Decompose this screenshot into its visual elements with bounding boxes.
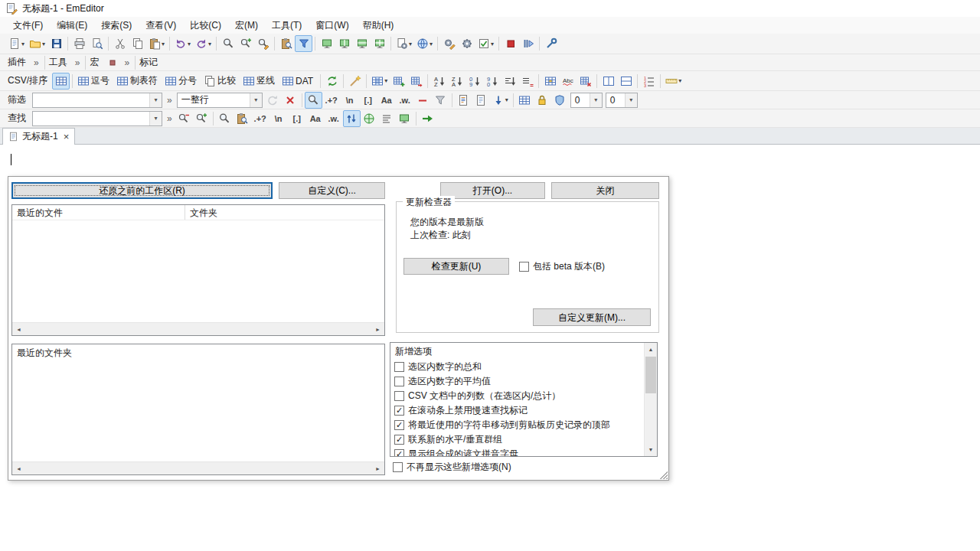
open-button[interactable]: 打开(O)... [440, 182, 545, 199]
restore-workspace-button[interactable]: 还原之前的工作区(R) [11, 182, 273, 199]
find-case-toggle[interactable]: Aa [306, 110, 325, 127]
toolbar-overflow-chevron-icon[interactable]: » [167, 95, 172, 106]
new-file-icon[interactable]: ▾ [6, 35, 27, 52]
menu-item-2[interactable]: 搜索(S) [94, 17, 139, 34]
new-option-checkbox-1[interactable]: 选区内数字的平均值 [390, 374, 644, 389]
combine-lines-icon[interactable] [617, 73, 635, 90]
refresh-filter-icon[interactable] [264, 92, 282, 109]
find-dialog-icon[interactable] [216, 110, 234, 127]
toolbar-overflow-chevron-icon[interactable]: » [124, 57, 129, 68]
toolbar-overflow-chevron-icon[interactable]: » [34, 57, 39, 68]
filter-regex-toggle[interactable]: .+? [322, 92, 341, 109]
insert-numbering-icon[interactable]: 123 [640, 73, 658, 90]
csv-comma-icon[interactable]: 逗号 [75, 73, 114, 90]
chevron-down-icon[interactable]: ▾ [590, 93, 602, 107]
filter-range-toggle[interactable]: [.] [359, 92, 377, 109]
lock-icon[interactable] [534, 92, 551, 109]
recent-files-list[interactable]: 最近的文件 文件夹 ◄ ► [11, 204, 385, 336]
new-option-checkbox-2[interactable]: CSV 文档中的列数（在选区内/总计） [390, 389, 644, 403]
jump-to-match-icon[interactable] [419, 110, 436, 127]
filter-toolbar-toggle-icon[interactable] [295, 35, 312, 52]
window-layout-vsplit-icon[interactable] [335, 35, 353, 52]
filter-column-count[interactable]: 0▾ [606, 93, 638, 108]
menu-item-5[interactable]: 宏(M) [228, 17, 265, 34]
redo-icon[interactable]: ▾ [193, 35, 214, 52]
encoding-icon[interactable]: ▾ [414, 35, 435, 52]
close-dialog-button[interactable]: 关闭 [551, 182, 659, 199]
filter-table-icon[interactable] [516, 92, 534, 109]
resize-grip[interactable] [658, 469, 668, 479]
search-direction-icon[interactable] [343, 110, 361, 127]
find-input[interactable]: ▾ [32, 111, 162, 126]
find-next-match-icon[interactable] [193, 110, 211, 127]
scroll-right-icon[interactable]: ► [371, 462, 384, 474]
customize-button[interactable]: 自定义(C)... [279, 182, 385, 199]
cell-select-mode-icon[interactable] [541, 73, 559, 90]
scroll-left-icon[interactable]: ◄ [12, 462, 25, 474]
csv-convert-icon[interactable] [323, 73, 341, 90]
toolbar-overflow-chevron-icon[interactable]: » [75, 57, 80, 68]
new-options-list[interactable]: 新增选项 选区内数字的总和选区内数字的平均值CSV 文档中的列数（在选区内/总计… [390, 342, 658, 457]
column-header-recent-files[interactable]: 最近的文件 [12, 205, 185, 220]
csv-compare-icon[interactable]: 比较 [201, 73, 240, 90]
record-macro-icon[interactable] [501, 35, 519, 52]
open-file-icon[interactable]: ▾ [27, 35, 47, 52]
select-column-icon[interactable]: ▾ [369, 73, 390, 90]
filter-word-toggle[interactable]: .w. [396, 92, 414, 109]
split-pane-icon[interactable] [599, 73, 617, 90]
chevron-down-icon[interactable]: ▾ [250, 93, 262, 107]
new-option-checkbox-6[interactable]: ✓显示组合成的谚文拼音字母 [390, 447, 644, 457]
tab-close-icon[interactable]: × [64, 131, 70, 142]
csv-pipe-icon[interactable]: 竖线 [240, 73, 279, 90]
print-preview-icon[interactable] [88, 35, 106, 52]
macro-record-icon[interactable] [103, 54, 121, 71]
filter-heading-count-value[interactable]: 0 [571, 95, 590, 106]
csv-semicolon-icon[interactable]: 分号 [162, 73, 201, 90]
column-header-folder[interactable]: 文件夹 [185, 205, 384, 220]
replace-icon[interactable] [254, 35, 272, 52]
toolbar-overflow-chevron-icon[interactable]: » [167, 113, 172, 124]
new-option-checkbox-5[interactable]: ✓联系新的水平/垂直群组 [390, 432, 644, 447]
menu-item-3[interactable]: 查看(V) [139, 17, 183, 34]
copy-icon[interactable] [129, 35, 146, 52]
print-icon[interactable] [70, 35, 88, 52]
insert-column-icon[interactable] [390, 73, 407, 90]
chevron-down-icon[interactable]: ▾ [149, 112, 162, 126]
tab-untitled[interactable]: 无标题-1 × [2, 128, 75, 145]
properties-icon[interactable] [458, 35, 475, 52]
run-macro-icon[interactable] [519, 35, 537, 52]
csv-tab-icon[interactable]: 制表符 [114, 73, 162, 90]
filter-case-toggle[interactable]: Aa [377, 92, 396, 109]
paste-to-find-icon[interactable] [234, 110, 251, 127]
apply-filter-icon[interactable] [305, 92, 322, 109]
customize-icon[interactable] [440, 35, 458, 52]
window-layout-grid-icon[interactable] [371, 35, 388, 52]
undo-icon[interactable]: ▾ [172, 35, 193, 52]
search-wrap-icon[interactable] [361, 110, 378, 127]
scroll-right-icon[interactable]: ► [371, 323, 384, 335]
scroll-thumb[interactable] [645, 357, 656, 393]
find-word-toggle[interactable]: .w. [325, 110, 343, 127]
menu-item-1[interactable]: 编辑(E) [50, 17, 94, 34]
window-layout-hsplit-icon[interactable] [353, 35, 371, 52]
menu-item-8[interactable]: 帮助(H) [356, 17, 401, 34]
filter-extract-icon[interactable] [472, 92, 490, 109]
document-area[interactable]: 还原之前的工作区(R) 自定义(C)... 打开(O)... 关闭 最近的文件 … [0, 145, 980, 551]
scroll-track[interactable] [25, 323, 371, 335]
sort-num-desc-icon[interactable]: 90 [483, 73, 501, 90]
scroll-track[interactable] [25, 462, 371, 474]
find-regex-toggle[interactable]: .+? [251, 110, 270, 127]
validate-csv-icon[interactable] [577, 73, 594, 90]
sort-num-asc-icon[interactable]: 09 [466, 73, 483, 90]
sort-length-icon[interactable] [501, 73, 518, 90]
filter-escape-toggle[interactable]: \n [341, 92, 359, 109]
find-escape-toggle[interactable]: \n [270, 110, 288, 127]
horizontal-scrollbar[interactable]: ◄ ► [12, 322, 384, 335]
filter-input[interactable]: ▾ [32, 93, 162, 108]
filter-scope-select[interactable]: 一整行▾ [177, 93, 263, 108]
find-icon[interactable] [219, 35, 237, 52]
filter-scope-select-value[interactable]: 一整行 [178, 93, 250, 106]
filter-document-icon[interactable] [455, 92, 472, 109]
find-range-toggle[interactable]: [.] [288, 110, 306, 127]
menu-item-4[interactable]: 比较(C) [183, 17, 228, 34]
